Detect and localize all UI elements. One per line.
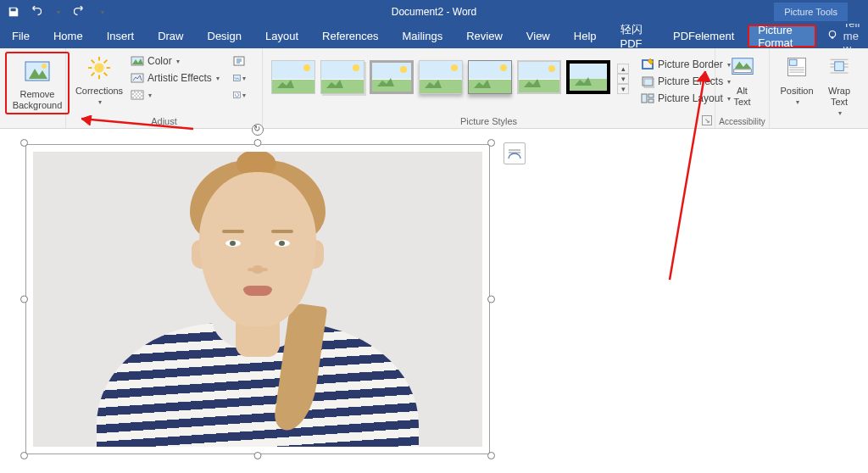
transparency-icon <box>131 88 144 102</box>
svg-rect-34 <box>789 59 797 65</box>
chevron-down-icon: ▾ <box>215 75 220 82</box>
tab-draw[interactable]: Draw <box>146 24 195 48</box>
svg-rect-16 <box>131 74 143 82</box>
document-canvas[interactable] <box>0 129 868 473</box>
tab-pdfelement[interactable]: PDFelement <box>661 24 746 48</box>
layout-options-button[interactable] <box>504 142 526 164</box>
tab-mailings[interactable]: Mailings <box>391 24 455 48</box>
tab-home[interactable]: Home <box>42 24 95 48</box>
svg-line-13 <box>92 73 95 76</box>
selected-picture[interactable] <box>20 139 495 459</box>
save-icon[interactable] <box>7 5 20 19</box>
tab-review[interactable]: Review <box>454 24 515 48</box>
resize-handle-bm[interactable] <box>254 452 262 459</box>
chevron-down-icon: ▾ <box>242 75 246 82</box>
resize-handle-bl[interactable] <box>20 452 28 459</box>
svg-line-12 <box>104 60 108 64</box>
artistic-effects-button[interactable]: Artistic Effects▾ <box>127 70 232 86</box>
reset-picture-icon[interactable]: ▾ <box>232 88 246 102</box>
svg-rect-1 <box>831 37 833 39</box>
tab-file[interactable]: File <box>0 24 42 48</box>
undo-dropdown-icon[interactable]: ▾ <box>51 5 64 19</box>
change-picture-icon[interactable]: ▾ <box>232 71 246 85</box>
style-thumb-3[interactable] <box>370 60 414 94</box>
svg-rect-18 <box>131 91 143 99</box>
svg-line-11 <box>104 73 108 76</box>
picture-content <box>33 152 482 447</box>
tab-help[interactable]: Help <box>562 24 609 48</box>
svg-rect-38 <box>835 62 844 71</box>
artistic-effects-label: Artistic Effects <box>147 72 212 84</box>
style-thumb-7[interactable] <box>566 60 610 94</box>
resize-handle-mr[interactable] <box>487 296 495 303</box>
position-button[interactable]: Position ▾ <box>775 52 819 107</box>
artistic-effects-icon <box>131 71 144 85</box>
rotate-handle[interactable] <box>252 124 264 136</box>
qat-customize-icon[interactable]: ▾ <box>95 5 108 19</box>
style-thumb-2[interactable] <box>320 60 364 94</box>
ribbon-tabs: File Home Insert Draw Design Layout Refe… <box>0 24 868 48</box>
style-thumb-1[interactable] <box>271 60 315 94</box>
document-title: Document2 - Word <box>392 6 476 18</box>
tab-picture-format[interactable]: Picture Format <box>748 25 816 47</box>
style-thumb-5[interactable] <box>468 60 512 94</box>
tab-picture-format-label: Picture Format <box>758 24 806 49</box>
chevron-down-icon: ▾ <box>242 92 246 99</box>
color-icon <box>131 54 144 68</box>
context-tab-container: Picture Tools <box>774 0 848 24</box>
svg-point-5 <box>94 63 103 72</box>
group-remove-background: Remove Background <box>0 48 66 128</box>
compress-pictures-icon[interactable] <box>232 54 246 68</box>
remove-background-label: Remove Background <box>13 89 63 111</box>
chevron-down-icon: ▾ <box>175 58 180 65</box>
brightness-icon <box>86 55 113 82</box>
wrap-text-button[interactable]: Wrap Text ▾ <box>819 52 860 118</box>
tab-design[interactable]: Design <box>196 24 253 48</box>
remove-background-icon <box>24 58 51 86</box>
chevron-down-icon: ▾ <box>147 92 152 99</box>
wrap-text-label: Wrap Text <box>828 86 850 108</box>
highlight-remove-background: Remove Background <box>5 52 70 114</box>
tab-view[interactable]: View <box>515 24 562 48</box>
picture-styles-gallery: ▴ ▾ ▾ <box>268 55 632 99</box>
wrap-text-icon <box>826 55 853 82</box>
group-arrange: Position ▾ Wrap Text ▾ <box>770 48 868 128</box>
color-button[interactable]: Color▾ <box>127 53 232 69</box>
tab-qspdf[interactable]: 轻闪PDF <box>609 24 661 48</box>
svg-marker-50 <box>697 71 710 81</box>
svg-point-0 <box>829 31 835 36</box>
picture-tools-label: Picture Tools <box>774 3 848 21</box>
style-thumb-6[interactable] <box>517 60 561 94</box>
resize-handle-ml[interactable] <box>20 296 28 303</box>
remove-background-button[interactable]: Remove Background <box>8 55 66 111</box>
tab-references[interactable]: References <box>310 24 390 48</box>
svg-marker-48 <box>81 115 92 125</box>
undo-icon[interactable] <box>29 5 42 19</box>
tab-insert[interactable]: Insert <box>95 24 147 48</box>
resize-handle-tl[interactable] <box>20 139 28 147</box>
annotation-arrow-2 <box>607 59 776 288</box>
title-bar: ▾ ▾ Document2 - Word Picture Tools <box>0 0 868 24</box>
svg-line-49 <box>670 71 705 280</box>
style-thumb-4[interactable] <box>419 60 463 94</box>
chevron-down-icon: ▾ <box>795 98 799 107</box>
tell-me-search[interactable]: Tell me w <box>818 24 868 48</box>
svg-point-4 <box>42 64 47 69</box>
resize-handle-br[interactable] <box>487 452 495 459</box>
redo-icon[interactable] <box>73 5 86 19</box>
lightbulb-icon <box>826 29 838 43</box>
chevron-down-icon: ▾ <box>837 109 842 118</box>
color-label: Color <box>147 55 172 67</box>
quick-access-toolbar: ▾ ▾ <box>0 5 108 19</box>
corrections-button[interactable]: Corrections ▾ <box>71 52 127 107</box>
annotation-arrow-1 <box>66 115 202 149</box>
transparency-button[interactable]: ▾ <box>127 87 232 103</box>
resize-handle-tr[interactable] <box>487 139 495 147</box>
position-label: Position <box>780 86 813 97</box>
position-icon <box>783 55 810 82</box>
svg-line-47 <box>81 119 193 129</box>
tab-layout[interactable]: Layout <box>253 24 310 48</box>
resize-handle-tm[interactable] <box>254 139 262 147</box>
selection-frame <box>25 144 490 454</box>
chevron-down-icon: ▾ <box>97 98 102 107</box>
